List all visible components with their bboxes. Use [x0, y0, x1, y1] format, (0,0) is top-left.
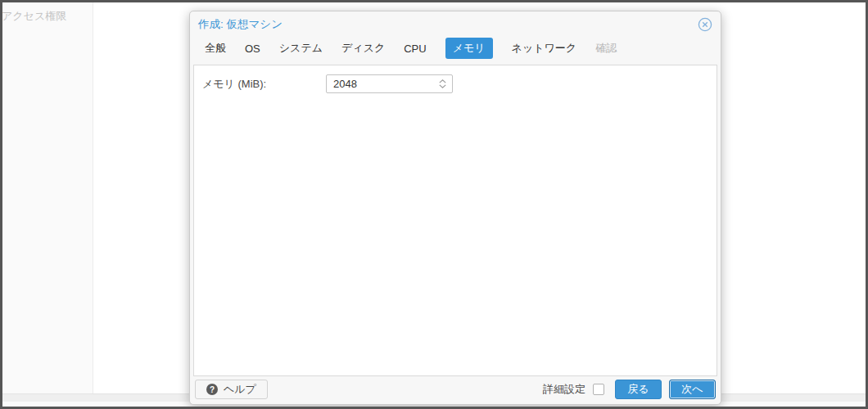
question-circle-icon: ?	[206, 384, 218, 395]
memory-value[interactable]: 2048	[327, 78, 432, 90]
chevron-up-icon[interactable]	[439, 79, 446, 83]
background-sidebar: アクセス権限	[2, 2, 93, 393]
memory-spinner-field[interactable]: 2048	[326, 74, 453, 93]
dialog-tabbar: 全般 OS システム ディスク CPU メモリ ネットワーク 確認	[190, 36, 721, 65]
create-vm-dialog: 作成: 仮想マシン 全般 OS システム ディスク CPU メモリ ネットワーク…	[189, 11, 721, 405]
memory-form-row: メモリ (MiB): 2048	[202, 74, 708, 93]
screen: アクセス権限 作成: 仮想マシン 全般 OS システム ディスク CPU メモリ…	[0, 0, 868, 409]
tab-memory[interactable]: メモリ	[445, 38, 493, 59]
memory-field-label: メモリ (MiB):	[202, 77, 326, 92]
sidebar-item-access-permissions[interactable]: アクセス権限	[0, 9, 93, 24]
close-icon[interactable]	[698, 17, 712, 32]
tab-cpu[interactable]: CPU	[404, 39, 426, 58]
tab-system[interactable]: システム	[279, 38, 323, 59]
dialog-title: 作成: 仮想マシン	[198, 17, 698, 32]
spinner-arrows[interactable]	[432, 75, 452, 92]
tab-confirm[interactable]: 確認	[595, 38, 617, 59]
tab-network[interactable]: ネットワーク	[512, 38, 577, 59]
tab-os[interactable]: OS	[245, 39, 260, 58]
footer-actions: 詳細設定 戻る 次へ	[543, 380, 716, 399]
chevron-down-icon[interactable]	[439, 84, 446, 88]
next-button[interactable]: 次へ	[669, 380, 716, 399]
back-button[interactable]: 戻る	[615, 380, 662, 399]
dialog-content: メモリ (MiB): 2048	[193, 65, 717, 376]
dialog-header: 作成: 仮想マシン	[190, 11, 721, 36]
help-button-label: ヘルプ	[224, 382, 256, 397]
tab-disk[interactable]: ディスク	[341, 38, 385, 59]
dialog-footer: ? ヘルプ 詳細設定 戻る 次へ	[190, 376, 721, 404]
help-button[interactable]: ? ヘルプ	[195, 380, 268, 399]
advanced-settings-checkbox[interactable]	[593, 384, 604, 395]
advanced-settings-label: 詳細設定	[543, 382, 585, 397]
tab-general[interactable]: 全般	[205, 38, 226, 59]
